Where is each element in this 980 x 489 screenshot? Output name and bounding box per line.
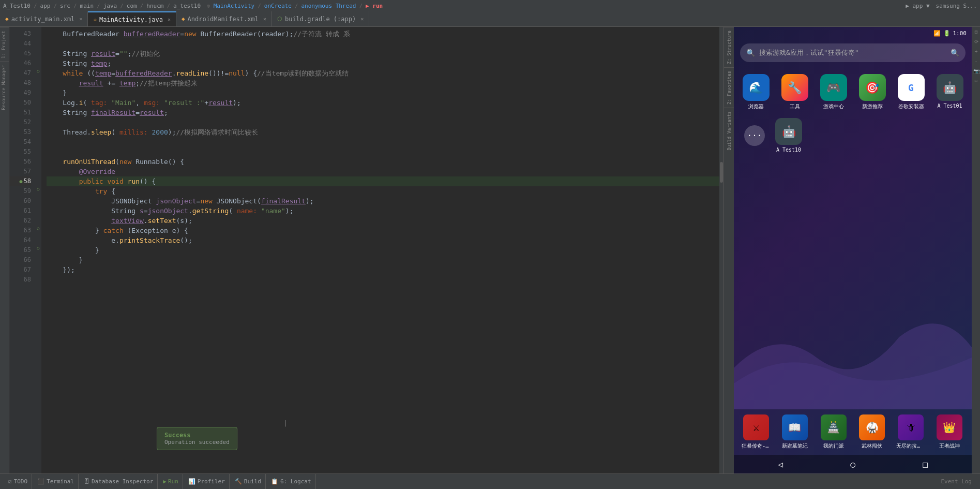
- code-line-59: try {: [47, 186, 723, 196]
- manifest-icon: ◆: [182, 16, 185, 22]
- app-browser[interactable]: 🌊 浏览器: [739, 74, 773, 110]
- tab-terminal[interactable]: ⬛ Terminal: [33, 474, 79, 489]
- tab-build[interactable]: 🔨 Build: [231, 474, 266, 489]
- sidebar-item-build-variants[interactable]: Build Variants: [724, 108, 734, 154]
- build-icon: 🔨: [235, 478, 242, 485]
- btn-volume-up[interactable]: +: [974, 49, 977, 54]
- app-game1[interactable]: ⚔ 狂暴传奇-微...: [739, 414, 774, 450]
- breadcrumb-java[interactable]: java: [103, 3, 117, 9]
- sidebar-item-project[interactable]: 1: Project: [0, 27, 9, 62]
- app-game4[interactable]: 🥋 武林闯伙: [855, 414, 889, 450]
- editor-scrollbar[interactable]: [719, 27, 723, 473]
- app-icon-atest01: 🤖: [937, 74, 963, 101]
- nav-mainactivity[interactable]: MainActivity: [214, 3, 254, 9]
- code-line-53: Thread.sleep( millis: 2000);//模拟网络请求时间比较…: [47, 127, 723, 137]
- app-icon-game2: 📖: [782, 414, 808, 440]
- btn-fullscreen[interactable]: ⊞: [974, 29, 977, 35]
- tab-close-activity-main[interactable]: ✕: [79, 16, 82, 22]
- code-line-67: });: [47, 265, 723, 275]
- app-more[interactable]: ···: [744, 125, 765, 146]
- gutter-44: [35, 37, 41, 47]
- line-60: 60: [9, 196, 31, 206]
- toast-title: Success: [164, 432, 230, 439]
- tab-todo[interactable]: ☑ TODO: [4, 474, 32, 489]
- nav-oncreate[interactable]: onCreate: [264, 3, 292, 9]
- line-59: 59: [9, 186, 31, 196]
- project-name[interactable]: A_Test10: [3, 3, 31, 9]
- app-google[interactable]: G 谷歌安装器: [894, 74, 928, 110]
- app-game5[interactable]: 🗡 无尽的拉格...: [894, 414, 928, 450]
- sidebar-item-resource[interactable]: Resource Manager: [0, 62, 9, 113]
- app-game2[interactable]: 📖 新盗墓笔记: [778, 414, 812, 450]
- gutter-50: [35, 96, 41, 106]
- nav-run[interactable]: ▶ run: [366, 3, 383, 9]
- sidebar-item-favorites[interactable]: 2: Favorites: [724, 67, 734, 108]
- app-newgame[interactable]: 🎯 新游推荐: [855, 74, 889, 110]
- gutter-57: [35, 165, 41, 174]
- code-line-50: Log.i( tag: "Main", msg: "result :"+resu…: [47, 98, 723, 108]
- breadcrumb-app[interactable]: app: [40, 3, 51, 9]
- sidebar-item-z-structure[interactable]: Z: Structure: [724, 27, 734, 67]
- code-line-64: e.printStackTrace();: [47, 235, 723, 245]
- app-game6[interactable]: 👑 王者战神: [932, 414, 967, 450]
- gutter-58: [35, 174, 41, 184]
- app-gamecenter[interactable]: 🎮 游戏中心: [817, 74, 850, 110]
- gutter-67: [35, 263, 41, 273]
- gutter-55: [35, 145, 41, 155]
- code-content[interactable]: BufferedReader bufferedReader=new Buffer…: [41, 27, 723, 473]
- device-selector[interactable]: ▶ app ▼: [906, 3, 929, 9]
- btn-cut[interactable]: ✂: [974, 78, 977, 84]
- tab-activity-main[interactable]: ◆ activity_main.xml ✕: [0, 11, 88, 26]
- scrollbar-thumb[interactable]: [720, 162, 723, 183]
- breadcrumb-com[interactable]: com: [127, 3, 137, 9]
- line-67: 67: [9, 265, 31, 275]
- line-61: 61: [9, 206, 31, 216]
- app-label-browser: 浏览器: [748, 103, 764, 110]
- tab-close-mainactivity[interactable]: ✕: [168, 17, 171, 22]
- device-search-submit[interactable]: 🔍: [951, 49, 959, 57]
- breadcrumb-main[interactable]: main: [80, 3, 94, 9]
- line-63: 63: [9, 226, 31, 235]
- line-64: 64: [9, 235, 31, 245]
- tab-db-inspector[interactable]: 🗄 Database Inspector: [80, 474, 158, 489]
- tab-profiler[interactable]: 📊 Profiler: [184, 474, 230, 489]
- device-time: 1:00: [953, 30, 967, 37]
- nav-home-btn[interactable]: ○: [850, 460, 855, 469]
- tab-build-gradle[interactable]: ⬡ build.gradle (:app) ✕: [272, 11, 369, 26]
- breadcrumb-hnucm[interactable]: hnucm: [146, 3, 163, 9]
- tab-androidmanifest[interactable]: ◆ AndroidManifest.xml ✕: [176, 11, 272, 26]
- nav-anonymous[interactable]: anonymous Thread: [301, 3, 356, 9]
- tab-close-androidmanifest[interactable]: ✕: [263, 16, 266, 22]
- app-atest01[interactable]: 🤖 A_Test01: [933, 74, 967, 110]
- gutter-54: [35, 135, 41, 145]
- event-log[interactable]: Event Log: [941, 478, 972, 485]
- nav-back-btn[interactable]: ◁: [778, 460, 783, 469]
- app-label-newgame: 新游推荐: [862, 103, 883, 110]
- device-search-bar[interactable]: 🔍 搜索游戏&应用，试试"狂暴传奇" 🔍: [740, 43, 966, 62]
- app-label-game4: 武林闯伙: [862, 442, 882, 450]
- breadcrumb-src[interactable]: src: [60, 3, 70, 9]
- line-numbers: 43 44 45 46 47 48 49 50 51 52 53 54 55 5…: [9, 27, 35, 473]
- btn-volume-down[interactable]: -: [974, 58, 977, 64]
- app-icon-tools: 🔧: [781, 74, 808, 101]
- tab-run[interactable]: ▶ Run: [159, 474, 183, 489]
- toast-message: Operation succeeded: [164, 439, 230, 446]
- code-line-44: [47, 39, 723, 49]
- device-screen: 📶 🔋 1:00 🔍 搜索游戏&应用，试试"狂暴传奇" 🔍 🌊 浏览器: [734, 27, 972, 473]
- app-tools[interactable]: 🔧 工具: [778, 74, 811, 110]
- app-icon-google: G: [898, 74, 925, 101]
- tab-close-build-gradle[interactable]: ✕: [360, 16, 364, 22]
- app-atest10[interactable]: 🤖 A_Test10: [775, 118, 802, 153]
- device-panel: 📶 🔋 1:00 🔍 搜索游戏&应用，试试"狂暴传奇" 🔍 🌊 浏览器: [734, 27, 972, 473]
- tab-logcat[interactable]: 📋 6: Logcat: [267, 474, 316, 489]
- breadcrumb-atest10[interactable]: a_test10: [173, 3, 201, 9]
- tab-mainactivity[interactable]: ☕ MainActivity.java ✕: [88, 11, 176, 26]
- btn-snapshot[interactable]: 📷: [973, 68, 979, 74]
- app-game3[interactable]: 🏯 我的门派: [816, 414, 851, 450]
- gutter-46: [35, 56, 41, 66]
- todo-label: TODO: [14, 478, 28, 485]
- tab-label-androidmanifest: AndroidManifest.xml: [188, 16, 259, 23]
- btn-rotate[interactable]: ⟳: [974, 39, 978, 45]
- nav-recents-btn[interactable]: □: [923, 460, 928, 469]
- code-line-43: BufferedReader bufferedReader=new Buffer…: [47, 29, 723, 39]
